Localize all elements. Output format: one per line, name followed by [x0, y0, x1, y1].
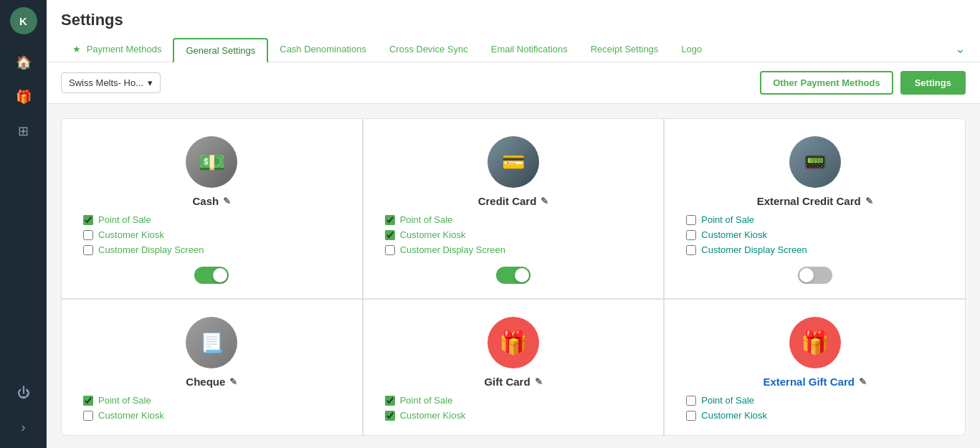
cash-display-checkbox[interactable]: Customer Display Screen: [83, 244, 348, 255]
dropdown-chevron-icon: ▾: [148, 77, 153, 88]
ext-credit-toggle[interactable]: [798, 267, 832, 284]
payment-grid: 💵 Cash ✎ Point of Sale Customer Kiosk: [61, 118, 966, 436]
credit-card-checkboxes: Point of Sale Customer Kiosk Customer Di…: [378, 214, 650, 255]
toolbar: Swiss Melts- Ho... ▾ Other Payment Metho…: [47, 62, 980, 104]
main-content: Settings ★ Payment Methods General Setti…: [47, 0, 980, 448]
sidebar: K 🏠 🎁 ⊞ ⏻ ›: [0, 0, 47, 448]
sidebar-home-icon[interactable]: 🏠: [10, 49, 37, 76]
external-gift-card-icon: 🎁: [789, 317, 841, 368]
external-gift-card-title: External Gift Card ✎: [763, 376, 867, 388]
payment-card-external-credit-card: 📟 External Credit Card ✎ Point of Sale C…: [665, 119, 965, 298]
cash-checkboxes: Point of Sale Customer Kiosk Customer Di…: [76, 214, 348, 255]
tab-payment-methods[interactable]: ★ Payment Methods: [61, 38, 173, 62]
cash-icon: 💵: [186, 136, 237, 188]
gift-card-edit-icon[interactable]: ✎: [535, 376, 543, 387]
ext-credit-toggle-knob: [799, 268, 814, 282]
credit-card-kiosk-checkbox[interactable]: Customer Kiosk: [385, 229, 650, 240]
settings-button[interactable]: Settings: [900, 71, 966, 95]
sidebar-gifts-icon[interactable]: 🎁: [10, 83, 37, 110]
external-credit-card-checkboxes: Point of Sale Customer Kiosk Customer Di…: [679, 214, 951, 255]
tab-chevron-icon[interactable]: ⌄: [955, 41, 966, 59]
payment-card-gift-card: 🎁 Gift Card ✎ Point of Sale Customer Kio…: [363, 300, 664, 435]
external-gift-card-edit-icon[interactable]: ✎: [859, 376, 867, 387]
tab-receipt-settings[interactable]: Receipt Settings: [579, 38, 670, 62]
cash-toggle-wrap: [194, 267, 229, 284]
cash-pos-checkbox[interactable]: Point of Sale: [83, 214, 348, 225]
ext-credit-toggle-wrap: [798, 267, 832, 284]
user-avatar[interactable]: K: [10, 7, 37, 34]
payment-grid-area: 💵 Cash ✎ Point of Sale Customer Kiosk: [47, 104, 980, 448]
external-credit-card-edit-icon[interactable]: ✎: [865, 196, 873, 206]
gift-card-pos-checkbox[interactable]: Point of Sale: [385, 395, 650, 406]
payment-card-cheque: 📃 Cheque ✎ Point of Sale Customer Kiosk: [62, 300, 362, 435]
tabs-container: ★ Payment Methods General Settings Cash …: [61, 38, 966, 62]
header: Settings ★ Payment Methods General Setti…: [47, 0, 980, 62]
ext-gift-kiosk-checkbox[interactable]: Customer Kiosk: [686, 410, 951, 421]
credit-card-pos-checkbox[interactable]: Point of Sale: [385, 214, 650, 225]
external-gift-card-checkboxes: Point of Sale Customer Kiosk: [679, 395, 951, 421]
cash-kiosk-checkbox[interactable]: Customer Kiosk: [83, 229, 348, 240]
credit-card-toggle-knob: [515, 268, 529, 282]
gift-card-kiosk-checkbox[interactable]: Customer Kiosk: [385, 410, 650, 421]
other-payment-methods-button[interactable]: Other Payment Methods: [760, 71, 893, 95]
cash-toggle[interactable]: [194, 267, 229, 284]
payment-card-cash: 💵 Cash ✎ Point of Sale Customer Kiosk: [62, 119, 362, 298]
credit-card-display-checkbox[interactable]: Customer Display Screen: [385, 244, 650, 255]
cash-toggle-knob: [213, 268, 227, 282]
cash-edit-icon[interactable]: ✎: [223, 196, 231, 206]
store-select[interactable]: Swiss Melts- Ho... ▾: [61, 72, 161, 93]
gift-card-checkboxes: Point of Sale Customer Kiosk: [378, 395, 650, 421]
ext-credit-display-checkbox[interactable]: Customer Display Screen: [686, 244, 951, 255]
ext-credit-pos-checkbox[interactable]: Point of Sale: [686, 214, 951, 225]
ext-gift-pos-checkbox[interactable]: Point of Sale: [686, 395, 951, 406]
cheque-title: Cheque ✎: [186, 376, 237, 388]
cash-title: Cash ✎: [192, 195, 231, 207]
external-credit-card-icon: 📟: [789, 136, 841, 188]
star-icon: ★: [72, 44, 81, 54]
gift-card-icon: 🎁: [487, 317, 539, 368]
credit-card-toggle[interactable]: [496, 267, 531, 284]
cheque-pos-checkbox[interactable]: Point of Sale: [83, 395, 348, 406]
external-credit-card-title: External Credit Card ✎: [757, 195, 873, 207]
cheque-checkboxes: Point of Sale Customer Kiosk: [76, 395, 348, 421]
tab-email-notifications[interactable]: Email Notifications: [480, 38, 579, 62]
gift-card-title: Gift Card ✎: [484, 376, 542, 388]
credit-card-toggle-wrap: [496, 267, 531, 284]
credit-card-title: Credit Card ✎: [478, 195, 549, 207]
tab-cross-device-sync[interactable]: Cross Device Sync: [378, 38, 480, 62]
credit-card-icon: 💳: [487, 136, 539, 188]
tab-logo[interactable]: Logo: [670, 38, 713, 62]
payment-card-credit-card: 💳 Credit Card ✎ Point of Sale Customer K…: [363, 119, 664, 298]
ext-credit-kiosk-checkbox[interactable]: Customer Kiosk: [686, 229, 951, 240]
tab-general-settings[interactable]: General Settings: [173, 38, 268, 63]
cheque-edit-icon[interactable]: ✎: [229, 376, 237, 387]
payment-card-external-gift-card: 🎁 External Gift Card ✎ Point of Sale Cus…: [665, 300, 965, 435]
tab-cash-denominations[interactable]: Cash Denominations: [268, 38, 378, 62]
cheque-kiosk-checkbox[interactable]: Customer Kiosk: [83, 410, 348, 421]
page-title: Settings: [61, 11, 966, 29]
sidebar-power-icon[interactable]: ⏻: [10, 379, 37, 406]
toolbar-right: Other Payment Methods Settings: [760, 71, 966, 95]
cheque-icon: 📃: [186, 317, 237, 368]
credit-card-edit-icon[interactable]: ✎: [541, 196, 548, 206]
sidebar-expand-icon[interactable]: ›: [10, 414, 37, 441]
sidebar-grid-icon[interactable]: ⊞: [10, 118, 37, 145]
